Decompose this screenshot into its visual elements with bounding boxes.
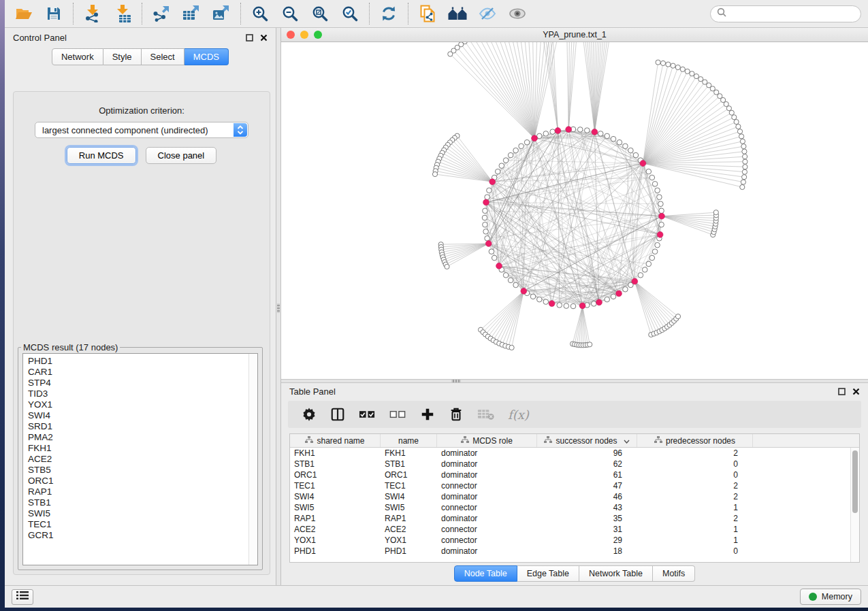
run-mcds-button[interactable]: Run MCDS xyxy=(67,147,136,164)
open-file-icon[interactable] xyxy=(14,3,33,24)
mcds-result-item[interactable]: TEC1 xyxy=(28,519,257,530)
close-panel-button[interactable]: Close panel xyxy=(146,147,217,164)
close-panel-icon[interactable] xyxy=(852,388,860,395)
memory-button[interactable]: Memory xyxy=(800,589,861,605)
save-session-icon[interactable] xyxy=(44,3,63,24)
mcds-result-list[interactable]: PHD1CAR1STP4TID3YOX1SWI4SRD1PMA2FKH1ACE2… xyxy=(22,353,258,565)
table-row[interactable]: SWI4SWI4dominator462 xyxy=(290,491,859,502)
duplicate-network-icon[interactable] xyxy=(418,3,437,24)
right-area: YPA_prune.txt_1 Table Panel xyxy=(281,28,868,585)
mcds-result-item[interactable]: ACE2 xyxy=(28,454,257,465)
tab-style[interactable]: Style xyxy=(103,48,142,65)
memory-status-icon xyxy=(809,593,817,601)
table-cell: 31 xyxy=(537,525,637,534)
mcds-result-item[interactable]: STB5 xyxy=(28,465,257,476)
column-header-MCDS-role[interactable]: MCDS role xyxy=(437,434,537,447)
column-header-predecessor-nodes[interactable]: predecessor nodes xyxy=(637,434,753,447)
mcds-result-item[interactable]: RAP1 xyxy=(28,486,257,497)
import-table-icon[interactable] xyxy=(113,3,132,24)
vertical-splitter[interactable] xyxy=(276,28,281,585)
tab-select[interactable]: Select xyxy=(142,48,184,65)
float-panel-icon[interactable] xyxy=(838,388,846,395)
table-row[interactable]: PHD1PHD1dominator180 xyxy=(290,546,859,557)
table-row[interactable]: ACE2ACE2connector311 xyxy=(290,524,859,535)
mcds-result-item[interactable]: FKH1 xyxy=(28,443,257,454)
mcds-result-item[interactable]: YOX1 xyxy=(28,399,257,410)
delete-column-icon[interactable] xyxy=(449,407,464,422)
search-input[interactable] xyxy=(730,9,854,18)
close-panel-icon[interactable] xyxy=(260,34,268,42)
mcds-result-item[interactable]: STB1 xyxy=(28,497,257,508)
mcds-result-item[interactable]: SWI4 xyxy=(28,410,257,421)
clear-checkboxes-icon[interactable] xyxy=(389,408,406,420)
table-cell: 2 xyxy=(637,492,753,501)
table-row[interactable]: FKH1FKH1dominator962 xyxy=(290,448,859,459)
shared-column-icon xyxy=(544,436,552,446)
import-network-icon[interactable] xyxy=(83,3,102,24)
mcds-result-item[interactable]: PMA2 xyxy=(28,432,257,443)
task-history-button[interactable] xyxy=(12,589,33,605)
criterion-select[interactable]: largest connected component (undirected) xyxy=(35,122,248,138)
table-cell: PHD1 xyxy=(290,546,381,556)
shared-column-icon xyxy=(305,436,313,446)
tab-network-table[interactable]: Network Table xyxy=(579,565,653,582)
mcds-result-item[interactable]: ORC1 xyxy=(28,476,257,486)
table-row[interactable]: SWI5SWI5connector431 xyxy=(290,502,859,513)
zoom-in-icon[interactable] xyxy=(251,3,270,24)
node-table[interactable]: shared namenameMCDS rolesuccessor nodesp… xyxy=(289,433,860,563)
export-table-icon[interactable] xyxy=(182,3,201,24)
column-header-shared-name[interactable]: shared name xyxy=(290,434,381,447)
zoom-out-icon[interactable] xyxy=(280,3,300,24)
table-cell: ACE2 xyxy=(290,525,381,534)
table-cell: YOX1 xyxy=(290,535,381,545)
table-cell: SWI4 xyxy=(290,492,381,501)
mcds-result-item[interactable]: STP4 xyxy=(28,378,257,389)
export-network-icon[interactable] xyxy=(152,3,171,24)
column-header-successor-nodes[interactable]: successor nodes xyxy=(537,434,637,447)
mcds-result-item[interactable]: TID3 xyxy=(28,389,257,399)
table-cell: 35 xyxy=(537,514,637,523)
mcds-result-item[interactable]: CAR1 xyxy=(28,367,257,378)
table-row[interactable]: RAP1RAP1dominator352 xyxy=(290,513,859,524)
refresh-layout-icon[interactable] xyxy=(379,3,398,24)
mcds-result-item[interactable]: SRD1 xyxy=(28,421,257,432)
table-cell: 0 xyxy=(637,546,753,556)
table-panel-header: Table Panel xyxy=(281,383,868,400)
first-neighbors-icon[interactable] xyxy=(448,3,467,24)
table-cell: connector xyxy=(437,535,537,545)
network-graph[interactable] xyxy=(281,42,868,379)
zoom-fit-icon[interactable] xyxy=(310,3,329,24)
settings-gear-icon[interactable] xyxy=(302,407,317,422)
column-header-name[interactable]: name xyxy=(381,434,437,447)
float-panel-icon[interactable] xyxy=(246,34,253,42)
network-window-titlebar[interactable]: YPA_prune.txt_1 xyxy=(281,28,868,42)
mcds-result-item[interactable]: PHD1 xyxy=(28,356,257,367)
table-cell: 43 xyxy=(537,503,637,512)
tab-network[interactable]: Network xyxy=(52,48,103,65)
zoom-selected-icon[interactable] xyxy=(340,3,359,24)
table-row[interactable]: YOX1YOX1connector291 xyxy=(290,535,859,546)
mcds-list-scrollbar[interactable] xyxy=(248,354,257,565)
table-tabs: Node TableEdge TableNetwork TableMotifs xyxy=(281,565,868,582)
add-column-icon[interactable] xyxy=(420,407,435,422)
show-all-icon[interactable] xyxy=(508,3,527,24)
network-window-title: YPA_prune.txt_1 xyxy=(281,30,868,39)
table-row[interactable]: ORC1ORC1dominator610 xyxy=(290,469,859,480)
scrollbar-thumb[interactable] xyxy=(852,450,858,513)
tab-node-table[interactable]: Node Table xyxy=(454,565,517,582)
tab-edge-table[interactable]: Edge Table xyxy=(517,565,579,582)
mcds-result-item[interactable]: SWI5 xyxy=(28,508,257,519)
table-scrollbar[interactable] xyxy=(850,448,859,562)
split-columns-icon[interactable] xyxy=(330,407,345,422)
hide-selected-icon[interactable] xyxy=(478,3,497,24)
search-box[interactable] xyxy=(710,5,861,22)
table-row[interactable]: STB1STB1dominator620 xyxy=(290,459,859,469)
delete-table-icon xyxy=(477,408,494,421)
tab-motifs[interactable]: Motifs xyxy=(653,565,695,582)
table-row[interactable]: TEC1TEC1connector472 xyxy=(290,480,859,491)
mcds-result-item[interactable]: GCR1 xyxy=(28,530,257,541)
select-all-checkboxes-icon[interactable] xyxy=(359,408,376,420)
export-image-icon[interactable] xyxy=(212,3,231,24)
network-canvas[interactable] xyxy=(281,42,868,379)
tab-mcds[interactable]: MCDS xyxy=(184,48,229,65)
